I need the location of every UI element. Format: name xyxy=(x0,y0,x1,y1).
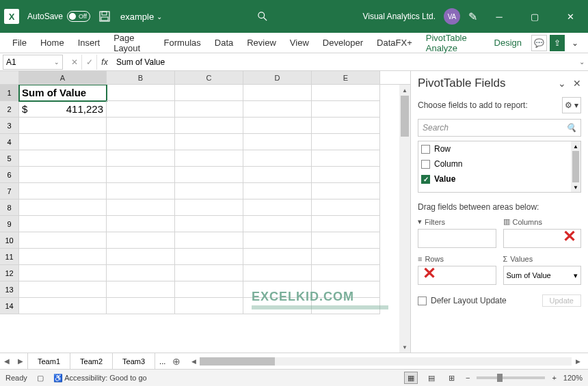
cell[interactable] xyxy=(312,167,380,183)
user-avatar[interactable]: VA xyxy=(444,8,460,25)
maximize-button[interactable]: ▢ xyxy=(521,6,548,27)
cell[interactable] xyxy=(19,183,107,199)
cell[interactable] xyxy=(19,232,107,249)
cell[interactable] xyxy=(107,167,175,183)
update-button[interactable]: Update xyxy=(542,294,581,307)
row-header[interactable]: 7 xyxy=(0,183,19,199)
cell[interactable] xyxy=(175,134,243,150)
cell[interactable] xyxy=(19,298,107,314)
row-header[interactable]: 2 xyxy=(0,101,19,118)
tab-home[interactable]: Home xyxy=(34,33,71,53)
cell[interactable] xyxy=(312,85,380,101)
cell[interactable] xyxy=(107,265,175,281)
cell[interactable] xyxy=(19,199,107,216)
cell[interactable] xyxy=(107,183,175,199)
rows-dropzone[interactable]: ✕ xyxy=(418,266,496,285)
cell[interactable] xyxy=(243,183,312,199)
cell-a2[interactable]: $ 411,223 xyxy=(19,101,107,118)
cell[interactable] xyxy=(243,150,312,167)
row-header[interactable]: 6 xyxy=(0,167,19,183)
sheet-nav[interactable]: ◀▶ xyxy=(0,357,27,365)
cell[interactable] xyxy=(312,265,380,281)
tab-pivottable-analyze[interactable]: PivotTable Analyze xyxy=(419,33,487,53)
name-box-chevron-icon[interactable]: ⌄ xyxy=(54,59,59,66)
scroll-thumb[interactable] xyxy=(572,151,579,182)
zoom-level[interactable]: 120% xyxy=(563,374,583,382)
field-row[interactable]: Row xyxy=(418,141,580,156)
zoom-in-icon[interactable]: + xyxy=(552,374,556,382)
cell[interactable] xyxy=(107,281,175,298)
cell[interactable] xyxy=(243,118,312,134)
row-header[interactable]: 10 xyxy=(0,232,19,249)
values-item[interactable]: Sum of Value xyxy=(507,271,551,279)
macro-record-icon[interactable]: ▢ xyxy=(37,374,44,383)
scroll-right-icon[interactable]: ▶ xyxy=(573,358,583,365)
row-header[interactable]: 3 xyxy=(0,118,19,134)
tab-datafx[interactable]: DataFX+ xyxy=(370,33,419,53)
cell[interactable] xyxy=(175,199,243,216)
select-all-corner[interactable] xyxy=(0,71,19,84)
field-column[interactable]: Column xyxy=(418,156,580,171)
tab-view[interactable]: View xyxy=(283,33,316,53)
tab-data[interactable]: Data xyxy=(208,33,240,53)
tab-file[interactable]: File xyxy=(5,33,34,53)
scroll-left-icon[interactable]: ◀ xyxy=(189,358,198,365)
cell[interactable] xyxy=(312,101,380,118)
col-header-a[interactable]: A xyxy=(19,71,107,84)
col-header-c[interactable]: C xyxy=(175,71,243,84)
comments-button[interactable]: 💬 xyxy=(531,35,546,51)
cell[interactable] xyxy=(312,183,380,199)
zoom-out-icon[interactable]: − xyxy=(466,374,470,382)
cell[interactable] xyxy=(175,232,243,249)
sheet-tab[interactable]: Team1 xyxy=(27,353,70,369)
field-value[interactable]: ✓ Value xyxy=(418,171,580,187)
cell[interactable] xyxy=(312,118,380,134)
checkbox-icon[interactable] xyxy=(421,145,430,154)
normal-view-icon[interactable]: ▦ xyxy=(404,372,418,384)
add-sheet-icon[interactable]: ⊕ xyxy=(170,356,183,367)
cell[interactable] xyxy=(312,232,380,249)
share-button[interactable]: ⇪ xyxy=(550,35,565,51)
cell[interactable] xyxy=(243,101,312,118)
cell[interactable] xyxy=(175,249,243,265)
cell[interactable] xyxy=(243,216,312,232)
cell[interactable] xyxy=(107,134,175,150)
cell[interactable] xyxy=(175,298,243,314)
tab-review[interactable]: Review xyxy=(240,33,283,53)
accept-formula-icon[interactable]: ✓ xyxy=(82,55,97,70)
checkbox-icon[interactable] xyxy=(421,160,430,169)
cell[interactable] xyxy=(243,232,312,249)
tab-formulas[interactable]: Formulas xyxy=(157,33,208,53)
row-header[interactable]: 13 xyxy=(0,281,19,298)
cancel-formula-icon[interactable]: ✕ xyxy=(67,55,82,70)
tab-page-layout[interactable]: Page Layout xyxy=(107,33,157,53)
col-header-e[interactable]: E xyxy=(312,71,380,84)
cell[interactable] xyxy=(107,101,175,118)
cell[interactable] xyxy=(312,216,380,232)
cell[interactable] xyxy=(243,85,312,101)
gear-icon[interactable]: ⚙ ▾ xyxy=(562,97,581,113)
ribbon-chevron-icon[interactable]: ⌄ xyxy=(567,35,583,51)
accessibility-status[interactable]: ♿ Accessibility: Good to go xyxy=(53,374,147,383)
row-header[interactable]: 1 xyxy=(0,85,19,101)
page-layout-view-icon[interactable]: ▤ xyxy=(425,372,438,384)
row-header[interactable]: 4 xyxy=(0,134,19,150)
cell[interactable] xyxy=(19,167,107,183)
cell[interactable] xyxy=(107,85,175,101)
pen-icon[interactable]: ✎ xyxy=(468,10,477,23)
cell[interactable] xyxy=(175,118,243,134)
filters-dropzone[interactable] xyxy=(418,229,496,248)
cell-area[interactable]: Sum of Value $ 411,223 xyxy=(19,85,399,353)
cell[interactable] xyxy=(107,216,175,232)
cell[interactable] xyxy=(175,85,243,101)
cell[interactable] xyxy=(312,249,380,265)
save-icon[interactable] xyxy=(98,10,111,23)
cell[interactable] xyxy=(243,134,312,150)
col-header-b[interactable]: B xyxy=(107,71,175,84)
sheet-tab[interactable]: Team3 xyxy=(113,353,155,369)
cell[interactable] xyxy=(312,199,380,216)
row-header[interactable]: 12 xyxy=(0,265,19,281)
cell[interactable] xyxy=(19,281,107,298)
zoom-slider[interactable] xyxy=(477,376,545,379)
cell[interactable] xyxy=(175,281,243,298)
